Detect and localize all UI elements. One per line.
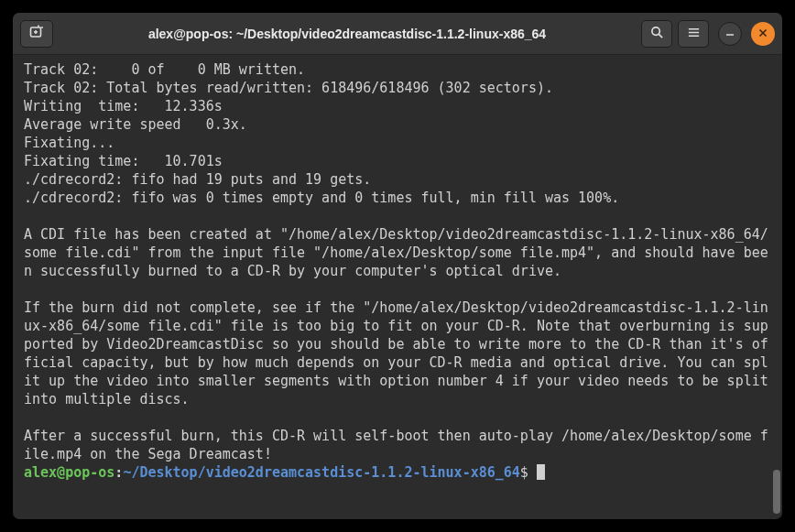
output-line: Track 02: Total bytes read/written: 6184… [24,80,553,96]
output-line: Writing time: 12.336s [24,98,223,114]
search-button[interactable] [641,20,672,48]
menu-button[interactable] [678,20,709,48]
new-tab-button[interactable] [20,20,53,48]
output-line: After a successful burn, this CD-R will … [24,428,768,462]
minimize-button[interactable] [718,22,742,46]
cursor [537,464,545,480]
hamburger-icon [687,26,701,42]
titlebar: alex@pop-os: ~/Desktop/video2dreamcastdi… [13,13,782,55]
output-line: ./cdrecord2: fifo had 19 puts and 19 get… [24,171,371,188]
prompt-dollar: $ [520,464,528,481]
close-button[interactable] [751,22,775,46]
window-right-controls [641,20,775,48]
close-icon [758,27,768,40]
output-line: If the burn did not complete, see if the… [24,299,777,407]
prompt-user: alex@pop-os [24,464,114,481]
terminal-window: alex@pop-os: ~/Desktop/video2dreamcastdi… [13,13,782,519]
search-icon [650,26,664,42]
output-line: ./cdrecord2: fifo was 0 times empty and … [24,190,619,206]
scrollbar-thumb[interactable] [773,470,780,514]
output-line: A CDI file has been created at "/home/al… [24,226,768,279]
new-tab-icon [29,25,44,42]
svg-point-5 [651,27,659,34]
output-line: Average write speed 0.3x. [24,116,247,133]
window-title: alex@pop-os: ~/Desktop/video2dreamcastdi… [53,27,641,41]
terminal-body[interactable]: Track 02: 0 of 0 MB written. Track 02: T… [13,55,782,519]
svg-line-6 [659,34,662,38]
output-line: Track 02: 0 of 0 MB written. [24,61,305,78]
prompt-path: ~/Desktop/video2dreamcastdisc-1.1.2-linu… [123,464,519,481]
output-line: Fixating time: 10.701s [24,153,223,169]
minimize-icon [725,27,735,40]
output-line: Fixating... [24,135,114,151]
